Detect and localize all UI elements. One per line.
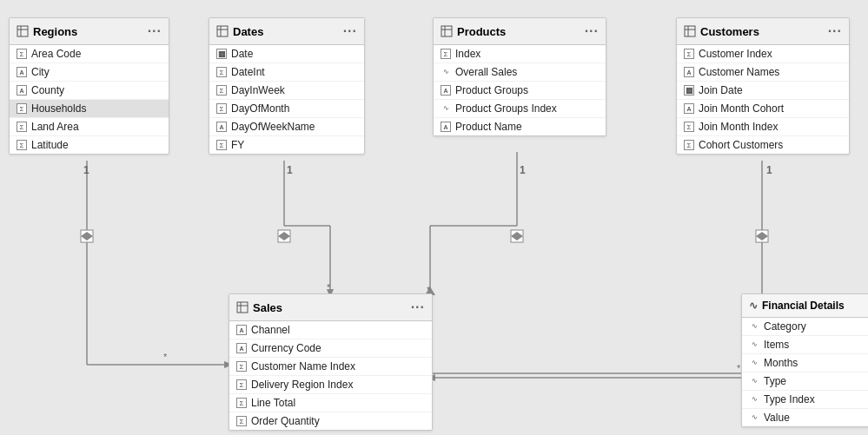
sales-table: Sales ··· A Channel A Currency Code Σ Cu…: [229, 293, 433, 431]
products-header: Products ···: [434, 18, 606, 45]
table-row: ∿ Type: [742, 372, 868, 391]
field-label: Type: [764, 375, 786, 387]
wavy-icon: ∿: [749, 376, 759, 386]
field-label: DayInWeek: [231, 84, 285, 96]
table-row: Σ Order Quantity: [229, 412, 432, 430]
table-row: ∿ Category: [742, 318, 868, 336]
wavy-icon: ∿: [749, 358, 759, 368]
table-row: Σ Customer Name Index: [229, 358, 432, 376]
svg-rect-38: [441, 26, 452, 36]
wavy-icon: ∿: [749, 339, 759, 350]
field-label: Join Month Cohort: [699, 102, 784, 115]
field-label: Join Date: [699, 84, 743, 96]
dates-table: Dates ··· ▦ Date Σ DateInt Σ DayInWeek Σ…: [209, 17, 365, 155]
table-row: A County: [10, 82, 169, 100]
table-row: Σ FY: [209, 136, 364, 154]
svg-text:1: 1: [766, 164, 772, 176]
regions-menu[interactable]: ···: [148, 23, 162, 39]
table-row: ∿ Months: [742, 354, 868, 372]
svg-rect-26: [278, 230, 290, 242]
table-row: A Product Name: [434, 118, 606, 135]
sigma-icon: Σ: [236, 361, 247, 372]
sigma-icon: Σ: [216, 85, 227, 96]
field-label: Product Groups Index: [455, 102, 557, 115]
customers-table: Customers ··· Σ Customer Index A Custome…: [676, 17, 850, 155]
field-label: Overall Sales: [455, 66, 517, 78]
table-row: Σ Latitude: [10, 136, 169, 154]
sigma-icon: Σ: [684, 49, 694, 59]
table-row: ∿ Type Index: [742, 391, 868, 409]
field-label: Land Area: [31, 121, 79, 133]
abc-icon: A: [441, 122, 451, 132]
sigma-icon: Σ: [17, 103, 27, 114]
sigma-icon: Σ: [216, 67, 227, 77]
table-row: ∿ Overall Sales: [434, 63, 606, 82]
wavy-icon: ∿: [441, 67, 451, 77]
dates-header: Dates ···: [209, 18, 364, 45]
table-row: Σ DayInWeek: [209, 82, 364, 100]
field-label: Category: [764, 320, 806, 333]
table-row: Σ Join Month Index: [677, 118, 849, 136]
table-row: Σ Area Code: [10, 45, 169, 63]
customers-title: Customers: [700, 25, 759, 38]
products-menu[interactable]: ···: [585, 23, 599, 39]
sales-menu[interactable]: ···: [411, 300, 425, 315]
table-row: Σ Delivery Region Index: [229, 376, 432, 394]
sales-title: Sales: [253, 301, 282, 314]
field-label: Latitude: [31, 139, 69, 151]
field-label: Date: [231, 48, 253, 60]
field-label: Households: [31, 102, 86, 115]
sigma-icon: Σ: [236, 379, 247, 390]
calendar-icon: ▦: [216, 49, 227, 59]
regions-header: Regions ···: [10, 18, 169, 45]
table-row: ∿ Items: [742, 336, 868, 354]
customers-menu[interactable]: ···: [828, 23, 842, 39]
table-row: A City: [10, 63, 169, 82]
calendar-icon: ▦: [684, 85, 694, 96]
svg-marker-27: [278, 232, 290, 241]
dates-menu[interactable]: ···: [343, 23, 357, 39]
svg-text:*: *: [163, 352, 168, 362]
wavy-icon: ∿: [441, 103, 451, 114]
wavy-icon: ∿: [749, 321, 759, 332]
svg-text:1: 1: [287, 164, 293, 176]
sigma-icon: Σ: [216, 140, 227, 150]
sigma-icon: Σ: [236, 398, 247, 408]
field-label: Currency Code: [251, 342, 321, 354]
field-label: Channel: [251, 324, 290, 336]
field-label: DayOfWeekName: [231, 121, 315, 133]
abc-icon: A: [236, 343, 247, 353]
table-row: ▦ Date: [209, 45, 364, 63]
table-icon: [441, 25, 453, 37]
financial-header: ∿ Financial Details: [742, 294, 868, 318]
sigma-icon: Σ: [17, 49, 27, 59]
sigma-icon: Σ: [216, 103, 227, 114]
table-row: A DayOfWeekName: [209, 118, 364, 136]
wavy-icon: ∿: [749, 394, 759, 405]
svg-text:1: 1: [83, 164, 89, 176]
field-label: Items: [764, 339, 789, 351]
sigma-icon: Σ: [684, 140, 694, 150]
svg-rect-41: [685, 26, 695, 36]
sigma-icon: Σ: [17, 122, 27, 132]
dates-title: Dates: [233, 25, 263, 38]
svg-rect-30: [756, 230, 768, 242]
sigma-icon: Σ: [684, 122, 694, 132]
field-label: Product Name: [455, 121, 522, 133]
regions-table: Regions ··· Σ Area Code A City A County …: [9, 17, 169, 155]
field-label: Line Total: [251, 397, 295, 409]
table-row: Σ DateInt: [209, 63, 364, 82]
financial-title: Financial Details: [762, 300, 845, 312]
field-label: Join Month Index: [699, 121, 778, 133]
sigma-icon: Σ: [17, 140, 27, 150]
abc-icon: A: [684, 103, 694, 114]
table-row: Σ Customer Index: [677, 45, 849, 63]
table-row: A Customer Names: [677, 63, 849, 82]
table-icon: [216, 25, 229, 37]
field-label: Area Code: [31, 48, 81, 60]
abc-icon: A: [216, 122, 227, 132]
svg-rect-35: [217, 26, 228, 36]
field-label: DayOfMonth: [231, 102, 289, 115]
field-label: Cohort Customers: [699, 139, 783, 151]
table-row: A Currency Code: [229, 339, 432, 358]
